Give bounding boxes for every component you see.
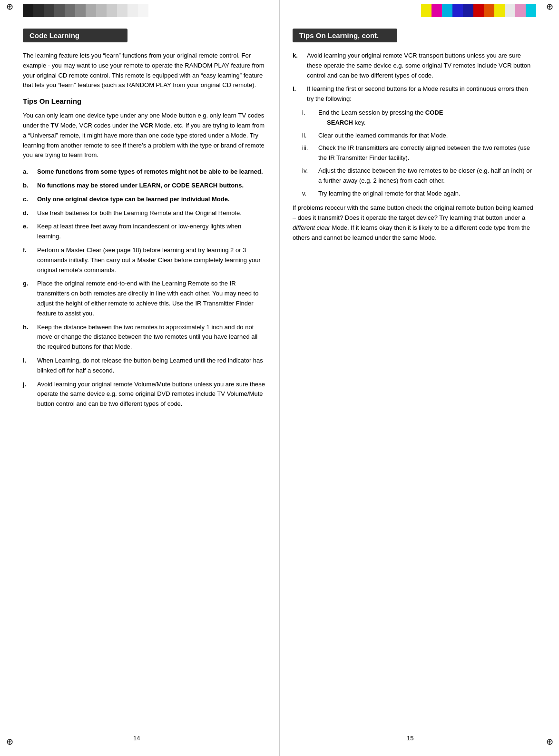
reg-mark-tr: ⊕ [545,2,554,11]
list-item: e.Keep at least three feet away from inc… [23,222,265,242]
list-item: b.No functions may be stored under LEARN… [23,181,265,191]
roman-list-item: iv.Adjust the distance between the two r… [302,166,535,186]
vertical-divider [279,0,280,756]
left-alpha-list: a.Some functions from some types of remo… [23,167,265,409]
list-item: h.Keep the distance between the two remo… [23,323,265,352]
list-item: l.If learning the first or second button… [293,84,535,104]
list-item: i.When Learning, do not release the butt… [23,356,265,376]
page-number-right: 15 [407,735,413,742]
roman-list-item: v.Try learning the original remote for t… [302,189,535,199]
color-bar-right [421,4,536,17]
right-alpha-list: k.Avoid learning your original remote VC… [293,51,535,104]
roman-sub-list: i.End the Learn session by pressing the … [293,108,535,198]
roman-list-item: ii.Clear out the learned commands for th… [302,131,535,141]
left-intro-text: The learning feature lets you “learn” fu… [23,51,265,90]
right-section-header: Tips On Learning, cont. [293,29,397,42]
page-number-left: 14 [133,735,140,742]
list-item: j.Avoid learning your original remote Vo… [23,380,265,409]
right-column: Tips On Learning, cont. k.Avoid learning… [293,29,535,250]
list-item: c.Only one original device type can be l… [23,195,265,205]
tips-intro-text: You can only learn one device type under… [23,111,265,160]
reg-mark-br: ⊕ [545,737,554,746]
list-item: g.Place the original remote end-to-end w… [23,279,265,318]
left-section-header: Code Learning [23,29,127,42]
reg-mark-bl: ⊕ [5,737,14,746]
tips-on-learning-heading: Tips On Learning [23,97,265,105]
list-item: a.Some functions from some types of remo… [23,167,265,177]
left-column: Code Learning The learning feature lets … [23,29,265,413]
reg-mark-tl: ⊕ [5,2,14,11]
closing-text: If problems reoccur with the same button… [293,203,535,243]
color-bar-left [23,4,148,17]
list-item: k.Avoid learning your original remote VC… [293,51,535,80]
roman-list-item: iii.Check the IR transmitters are correc… [302,143,535,163]
list-item: d.Use fresh batteries for both the Learn… [23,208,265,218]
page-wrapper: ⊕ ⊕ ⊕ ⊕ Code Learning The learning featu… [0,0,559,756]
list-item: f.Perform a Master Clear (see page 18) b… [23,245,265,275]
roman-list-item: i.End the Learn session by pressing the … [302,108,535,128]
